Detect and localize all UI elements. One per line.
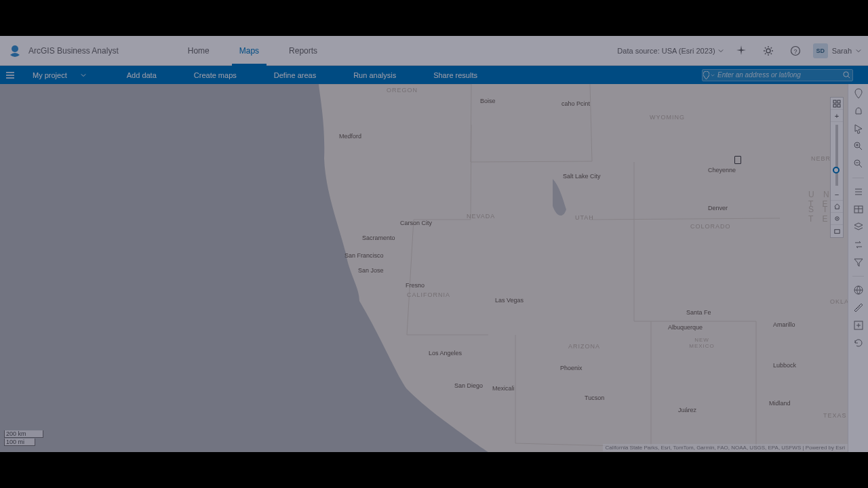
map-state-wyoming: WYOMING [650, 114, 685, 121]
user-name: Sarah [832, 47, 852, 55]
svg-rect-8 [837, 104, 840, 107]
map-attribution: California State Parks, Esri, TomTom, Ga… [603, 444, 848, 451]
nav-reports[interactable]: Reports [274, 36, 332, 65]
zoom-handle[interactable] [833, 167, 840, 174]
svg-point-10 [836, 218, 837, 220]
chevron-down-icon [81, 73, 86, 78]
svg-text:?: ? [793, 48, 797, 55]
filter-icon[interactable] [853, 257, 864, 268]
zoom-in-button[interactable]: + [831, 110, 843, 122]
map-city-cahopoint: caho Pcint [561, 100, 590, 107]
map-city-cheyenne: Cheyenne [708, 167, 736, 174]
map-zoom-controls: + − [830, 97, 844, 238]
map-city-albuquerque: Albuquerque [668, 324, 703, 331]
settings-icon[interactable] [759, 41, 778, 60]
chevron-down-icon [718, 48, 724, 54]
project-label: My project [33, 71, 67, 79]
search-button[interactable] [840, 71, 852, 79]
map-city-carson: Carson City [400, 220, 432, 226]
search-input[interactable] [715, 71, 840, 79]
map-city-santafe: Santa Fe [686, 309, 711, 316]
main-nav: Home Maps Reports [173, 36, 332, 65]
svg-point-4 [843, 72, 848, 77]
map-state-arizona: ARIZONA [568, 343, 600, 350]
map-city-boise: Boise [480, 98, 496, 104]
svg-point-0 [12, 45, 18, 52]
measure-icon[interactable] [853, 302, 864, 313]
pointer-tool-icon[interactable] [853, 123, 864, 134]
map-city-mexicali: Mexicali [492, 385, 515, 392]
chevron-down-icon [711, 73, 715, 77]
user-avatar: SD [813, 43, 828, 58]
map-state-utah: UTAH [575, 214, 594, 221]
globe-icon[interactable] [853, 285, 864, 296]
map-city-lubbock: Lubbock [773, 362, 796, 369]
map-city-sanjose: San Jose [358, 267, 384, 274]
map-state-oregon: OREGON [387, 87, 418, 94]
map-state-nevada: NEVADA [467, 213, 495, 220]
search-icon [843, 71, 850, 79]
user-menu[interactable]: SD Sarah [813, 43, 861, 58]
scale-km: 200 km [4, 430, 43, 438]
map-city-la: Los Angeles [429, 350, 462, 357]
zoom-in-tool-icon[interactable] [853, 141, 864, 152]
cursor-icon [734, 156, 741, 163]
header-bar: ArcGIS Business Analyst Home Maps Report… [0, 36, 868, 66]
help-icon[interactable]: ? [786, 41, 805, 60]
svg-rect-5 [833, 100, 836, 103]
tool-add-data[interactable]: Add data [127, 71, 157, 79]
toolbar: My project Add data Create maps Define a… [0, 66, 868, 84]
basemap-button[interactable] [831, 98, 843, 110]
nav-home[interactable]: Home [173, 36, 224, 65]
tool-links: Add data Create maps Define areas Run an… [127, 71, 477, 79]
zoom-out-button[interactable]: − [831, 188, 843, 201]
list-icon[interactable] [853, 186, 864, 197]
pan-tool-icon[interactable] [853, 106, 864, 117]
home-extent-button[interactable] [831, 201, 843, 213]
zoom-slider[interactable] [835, 125, 838, 186]
refresh-icon[interactable] [853, 338, 864, 348]
right-tool-strip [848, 84, 868, 452]
scale-bar: 200 km 100 mi [4, 430, 43, 447]
tool-create-maps[interactable]: Create maps [194, 71, 237, 79]
map-city-sandiego: San Diego [454, 382, 483, 389]
tool-share-results[interactable]: Share results [433, 71, 477, 79]
map-canvas[interactable]: OREGON Medford Boise caho Pcint WYOMING … [0, 84, 848, 452]
map-city-sanfran: San Francisco [344, 252, 378, 259]
scale-mi: 100 mi [4, 439, 35, 446]
svg-rect-11 [834, 229, 839, 233]
table-icon[interactable] [853, 204, 864, 215]
chevron-down-icon [856, 48, 861, 54]
svg-rect-7 [833, 104, 836, 107]
header-right: Data source: USA (Esri 2023) ? SD Sarah [617, 41, 861, 60]
map-city-saltlake: Salt Lake City [563, 173, 601, 180]
menu-button[interactable] [0, 72, 20, 79]
nav-maps[interactable]: Maps [224, 36, 274, 65]
pin-tool-icon[interactable] [853, 88, 864, 99]
map-state-california: CALIFORNIA [407, 291, 450, 298]
map-city-phoenix: Phoenix [560, 365, 583, 371]
app-title: ArcGIS Business Analyst [28, 46, 119, 56]
map-state-oklah: OKLAH [830, 298, 848, 305]
add-icon[interactable] [853, 320, 864, 331]
ai-assist-icon[interactable] [732, 41, 751, 60]
app-window: ArcGIS Business Analyst Home Maps Report… [0, 36, 868, 452]
map-city-medford: Medford [339, 133, 361, 140]
data-source-selector[interactable]: Data source: USA (Esri 2023) [617, 47, 723, 55]
zoom-out-tool-icon[interactable] [853, 159, 864, 169]
project-selector[interactable]: My project [33, 71, 86, 79]
map-city-vegas: Las Vegas [495, 297, 524, 304]
search-type-dropdown[interactable] [703, 71, 715, 79]
tool-define-areas[interactable]: Define areas [274, 71, 316, 79]
map-city-amarillo: Amarillo [773, 321, 795, 328]
svg-rect-6 [837, 100, 840, 103]
swap-icon[interactable] [853, 239, 864, 250]
layers-icon[interactable] [853, 222, 864, 232]
locate-button[interactable] [831, 213, 843, 225]
app-logo-icon [7, 43, 23, 59]
tool-run-analysis[interactable]: Run analysis [353, 71, 396, 79]
map-state-nebr: NEBR [811, 155, 831, 162]
map-city-midland: Midland [769, 400, 791, 407]
map-state-newmexico: NEW MEXICO [685, 337, 719, 349]
overview-button[interactable] [831, 225, 843, 237]
